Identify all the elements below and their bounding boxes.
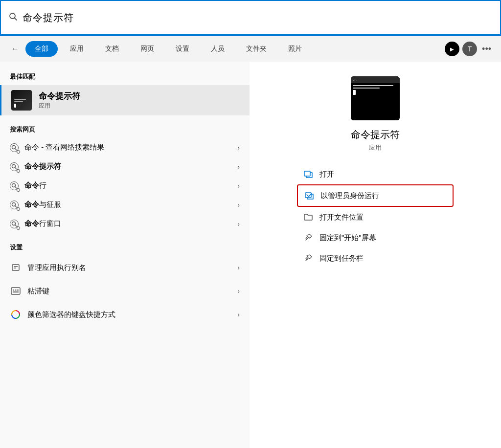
tab-photos[interactable]: 照片 [279,41,311,57]
action-open-label: 打开 [319,170,334,179]
search-small-icon-1 [10,143,19,152]
tab-apps[interactable]: 应用 [61,41,93,57]
color-filter-icon [10,309,22,320]
svg-line-7 [15,186,17,188]
pin-taskbar-icon [303,253,314,264]
admin-icon [304,190,315,201]
left-panel: 最佳匹配 命令提示符 应用 搜索网页 [0,62,250,448]
settings-item-3[interactable]: 颜色筛选器的键盘快捷方式 › [0,303,250,326]
user-avatar[interactable]: T [462,42,477,56]
chevron-icon-2: › [237,163,240,171]
svg-rect-18 [17,290,19,291]
tab-web[interactable]: 网页 [131,41,163,57]
tab-settings[interactable]: 设置 [166,41,199,57]
tab-folders[interactable]: 文件夹 [237,41,276,57]
settings-chevron-2: › [237,287,240,295]
back-button[interactable]: ← [8,42,23,56]
svg-rect-21 [304,171,310,176]
action-pin-start[interactable]: 固定到"开始"屏幕 [297,227,454,248]
cmd-line-1 [353,85,393,86]
cmd-app-icon [11,90,32,111]
more-tabs-button[interactable]: ▶ [445,42,459,56]
action-open[interactable]: 打开 [297,164,454,184]
search-web-label-5: 命令行窗口 [24,219,237,228]
settings-chevron-3: › [237,311,240,318]
app-preview-icon: C:\ [351,76,400,120]
search-web-item-2[interactable]: 命令提示符 › [0,157,250,176]
tab-all[interactable]: 全部 [25,41,58,57]
best-match-title: 最佳匹配 [0,69,250,85]
search-icon [9,12,18,23]
search-web-label-4: 命令与征服 [24,200,237,209]
content-area: 最佳匹配 命令提示符 应用 搜索网页 [0,62,501,448]
search-web-item-3[interactable]: 命令行 › [0,176,250,195]
search-small-icon-4 [10,201,19,209]
filter-tabs: ← 全部 应用 文档 网页 设置 人员 文件夹 照片 ▶ T ••• [0,36,501,62]
search-web-label-3: 命令行 [24,181,237,190]
action-admin-label: 以管理员身份运行 [320,191,379,201]
chevron-icon-4: › [237,201,240,209]
search-input-text[interactable]: 命令提示符 [23,11,74,24]
best-match-info: 命令提示符 应用 [39,90,80,110]
search-small-icon-2 [10,162,19,171]
app-alias-icon [10,262,22,273]
settings-item-1[interactable]: 管理应用执行别名 › [0,256,250,279]
action-run-admin[interactable]: 以管理员身份运行 [297,184,454,207]
svg-rect-17 [15,290,17,291]
search-bar: 命令提示符 [0,0,501,35]
app-type: 应用 [369,143,382,152]
settings-label-3: 颜色筛选器的键盘快捷方式 [27,310,237,319]
svg-line-5 [15,167,17,169]
action-pin-start-label: 固定到"开始"屏幕 [319,233,376,243]
settings-chevron-1: › [237,264,240,271]
search-web-label-2: 命令提示符 [24,162,237,171]
svg-rect-16 [13,290,14,291]
action-pin-taskbar[interactable]: 固定到任务栏 [297,248,454,269]
svg-rect-15 [11,288,20,294]
search-web-item-1[interactable]: 命令 - 查看网络搜索结果 › [0,138,250,157]
preview-titlebar: C:\ [351,76,400,83]
action-pin-taskbar-label: 固定到任务栏 [319,254,364,263]
chevron-icon-1: › [237,144,240,152]
search-web-item-4[interactable]: 命令与征服 › [0,195,250,214]
chevron-icon-5: › [237,220,240,228]
best-match-name: 命令提示符 [39,90,80,102]
search-web-label-1: 命令 - 查看网络搜索结果 [24,143,237,152]
keyboard-icon [10,285,22,297]
settings-title: 设置 [0,240,250,256]
search-web-title: 搜索网页 [0,122,250,138]
settings-label-1: 管理应用执行别名 [27,263,237,272]
preview-body [351,83,400,120]
svg-line-1 [15,18,17,20]
best-match-item[interactable]: 命令提示符 应用 [0,85,250,115]
svg-rect-19 [13,291,19,292]
best-match-type: 应用 [39,102,80,110]
app-name: 命令提示符 [351,128,400,141]
right-panel: C:\ 命令提示符 应用 打开 [250,62,501,448]
more-options-icon[interactable]: ••• [480,44,493,54]
search-web-item-5[interactable]: 命令行窗口 › [0,214,250,233]
cmd-cursor [353,90,356,95]
svg-line-3 [15,148,17,150]
search-small-icon-5 [10,220,19,228]
svg-rect-12 [12,265,19,270]
action-list: 打开 以管理员身份运行 [297,164,454,269]
tab-docs[interactable]: 文档 [96,41,128,57]
folder-icon [303,212,314,223]
tab-people[interactable]: 人员 [202,41,234,57]
search-small-icon-3 [10,181,19,190]
settings-item-2[interactable]: 粘滞键 › [0,279,250,303]
cmd-line-2 [353,88,380,89]
chevron-icon-3: › [237,182,240,190]
action-open-location[interactable]: 打开文件位置 [297,207,454,227]
settings-label-2: 粘滞键 [27,287,237,296]
pin-start-icon [303,232,314,243]
svg-line-9 [15,205,17,207]
titlebar-text: C:\ [353,78,357,81]
svg-line-11 [15,224,17,226]
open-icon [303,169,314,179]
action-open-location-label: 打开文件位置 [319,213,364,222]
